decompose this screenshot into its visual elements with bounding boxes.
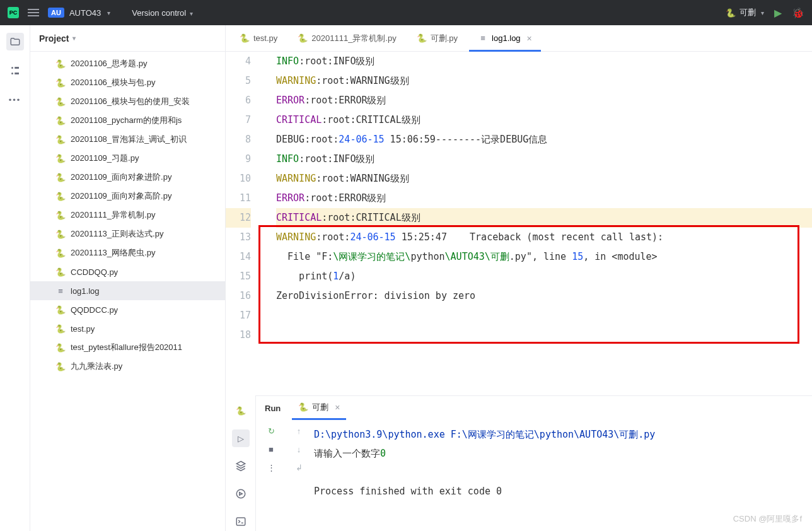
- file-name: 20201106_模块与包的使用_安装: [71, 96, 190, 107]
- chevron-down-icon: ▾: [190, 10, 193, 17]
- code-line[interactable]: CRITICAL:root:CRITICAL级别: [276, 208, 812, 228]
- more-tools-icon[interactable]: •••: [6, 91, 24, 108]
- close-icon[interactable]: ×: [527, 33, 532, 44]
- close-icon[interactable]: ×: [335, 402, 340, 412]
- code-line[interactable]: WARNING:root:WARNING级别: [276, 169, 812, 189]
- code-area[interactable]: INFO:root:INFO级别WARNING:root:WARNING级别ER…: [262, 52, 812, 395]
- project-tree[interactable]: 🐍20201106_思考题.py🐍20201106_模块与包.py🐍202011…: [30, 52, 225, 531]
- tree-item[interactable]: 🐍20201106_模块与包的使用_安装: [30, 92, 225, 111]
- code-line[interactable]: INFO:root:INFO级别: [276, 52, 812, 71]
- python-file-icon: 🐍: [55, 115, 66, 125]
- structure-tool-icon[interactable]: [6, 62, 24, 79]
- editor-tab[interactable]: 🐍20201111_异常机制.py: [289, 25, 405, 51]
- chevron-down-icon: ▾: [761, 9, 764, 16]
- tree-item[interactable]: ≡log1.log: [30, 281, 225, 300]
- python-file-icon: 🐍: [55, 305, 66, 315]
- log-file-icon: ≡: [55, 286, 66, 296]
- file-name: test_pytest和allure报告202011: [71, 342, 182, 353]
- run-tool-stripe: 🐍 ▷: [226, 395, 256, 531]
- tree-item[interactable]: 🐍20201109_面向对象高阶.py: [30, 187, 225, 206]
- tree-item[interactable]: 🐍九九乘法表.py: [30, 357, 225, 376]
- tree-item[interactable]: 🐍20201108_pycharm的使用和js: [30, 111, 225, 130]
- file-name: 20201109_面向对象进阶.py: [71, 172, 171, 183]
- python-file-icon: 🐍: [55, 134, 66, 144]
- python-file-icon: 🐍: [55, 59, 66, 69]
- python-file-icon: 🐍: [55, 229, 66, 239]
- file-name: test.py: [71, 324, 95, 334]
- svg-rect-2: [14, 67, 19, 69]
- more-icon[interactable]: ⋮: [267, 463, 276, 472]
- tree-item[interactable]: 🐍test_pytest和allure报告202011: [30, 338, 225, 357]
- file-name: 20201108_pycharm的使用和js: [71, 115, 182, 126]
- code-line[interactable]: ZeroDivisionError: division by zero: [276, 286, 812, 306]
- code-line[interactable]: ERROR:root:ERROR级别: [276, 91, 812, 110]
- tree-item[interactable]: 🐍20201106_思考题.py: [30, 54, 225, 73]
- python-file-icon: 🐍: [298, 33, 308, 44]
- code-line[interactable]: ERROR:root:ERROR级别: [276, 189, 812, 208]
- code-line[interactable]: File "F:\网课学习的笔记\python\AUTO43\可删.py", l…: [276, 247, 812, 267]
- version-control-menu[interactable]: Version control ▾: [132, 8, 193, 18]
- code-line[interactable]: WARNING:root:WARNING级别: [276, 71, 812, 91]
- python-file-icon: 🐍: [55, 96, 66, 107]
- debug-button[interactable]: 🐞: [792, 7, 804, 19]
- file-name: 20201113_网络爬虫.py: [71, 247, 155, 259]
- python-file-icon: 🐍: [55, 191, 66, 201]
- stop-icon[interactable]: ■: [269, 445, 274, 454]
- tree-item[interactable]: 🐍20201108_冒泡算法_调试_初识: [30, 130, 225, 149]
- code-line[interactable]: INFO:root:INFO级别: [276, 149, 812, 169]
- editor-tab[interactable]: ≡log1.log×: [469, 25, 541, 51]
- svg-point-4: [236, 489, 245, 498]
- tree-item[interactable]: 🐍20201109_面向对象进阶.py: [30, 168, 225, 187]
- file-name: 20201113_正则表达式.py: [71, 228, 163, 240]
- project-name[interactable]: AUTO43: [69, 8, 101, 18]
- code-line[interactable]: [276, 325, 812, 345]
- tree-item[interactable]: 🐍20201109_习题.py: [30, 149, 225, 168]
- layers-icon[interactable]: [232, 457, 250, 475]
- tree-item[interactable]: 🐍20201111_异常机制.py: [30, 206, 225, 225]
- run-button[interactable]: ▶: [774, 7, 782, 19]
- editor[interactable]: 456789101112131415161718 INFO:root:INFO级…: [226, 52, 812, 395]
- project-tool-icon[interactable]: [6, 33, 24, 50]
- code-line[interactable]: [276, 306, 812, 325]
- python-file-icon: 🐍: [55, 248, 66, 258]
- terminal-icon[interactable]: [232, 513, 250, 530]
- file-name: 20201106_模块与包.py: [71, 77, 155, 88]
- tree-item[interactable]: 🐍20201113_网络爬虫.py: [30, 243, 225, 262]
- editor-tab[interactable]: 🐍test.py: [231, 25, 286, 51]
- up-icon[interactable]: ↑: [297, 426, 301, 436]
- code-line[interactable]: CRITICAL:root:CRITICAL级别: [276, 110, 812, 130]
- chevron-down-icon: ▾: [107, 9, 110, 16]
- down-icon[interactable]: ↓: [297, 445, 301, 454]
- run-panel: Run 🐍 可删 × ↻ ■ ⋮ ↑ ↓: [256, 395, 812, 531]
- services-icon[interactable]: [232, 485, 250, 503]
- main-menu-icon[interactable]: [28, 9, 39, 16]
- tree-item[interactable]: 🐍test.py: [30, 319, 225, 338]
- editor-tab[interactable]: 🐍可删.py: [408, 25, 467, 51]
- line-gutter: 456789101112131415161718: [226, 52, 262, 395]
- code-line[interactable]: print(1/a): [276, 267, 812, 286]
- python-file-icon: 🐍: [55, 78, 66, 88]
- run-nav: ↑ ↓ ↲: [286, 420, 311, 531]
- tree-item[interactable]: 🐍QQDDCC.py: [30, 300, 225, 319]
- log-file-icon: ≡: [478, 33, 488, 44]
- svg-rect-5: [236, 518, 245, 525]
- python-file-icon: 🐍: [417, 33, 427, 44]
- run-toolbar: ↻ ■ ⋮: [256, 420, 286, 531]
- run-config-selector[interactable]: 🐍 可删 ▾: [726, 7, 764, 18]
- run-tool-icon[interactable]: ▷: [232, 429, 250, 447]
- file-name: 九九乘法表.py: [71, 361, 122, 372]
- tree-item[interactable]: 🐍20201106_模块与包.py: [30, 73, 225, 92]
- wrap-icon[interactable]: ↲: [296, 463, 303, 472]
- editor-tabs: 🐍test.py🐍20201111_异常机制.py🐍可删.py≡log1.log…: [226, 25, 812, 52]
- tree-item[interactable]: 🐍CCDDQQ.py: [30, 262, 225, 281]
- python-file-icon: 🐍: [55, 324, 66, 334]
- project-panel-header[interactable]: Project ▾: [30, 25, 225, 52]
- code-line[interactable]: DEBUG:root:24-06-15 15:06:59--------记录DE…: [276, 130, 812, 149]
- file-name: 20201111_异常机制.py: [71, 209, 155, 221]
- tree-item[interactable]: 🐍20201113_正则表达式.py: [30, 225, 225, 243]
- python-icon: 🐍: [298, 402, 308, 412]
- python-console-icon[interactable]: 🐍: [232, 402, 250, 419]
- code-line[interactable]: WARNING:root:24-06-15 15:25:47 Traceback…: [276, 228, 812, 247]
- run-tab[interactable]: 🐍 可删 ×: [292, 396, 346, 420]
- rerun-icon[interactable]: ↻: [268, 426, 275, 436]
